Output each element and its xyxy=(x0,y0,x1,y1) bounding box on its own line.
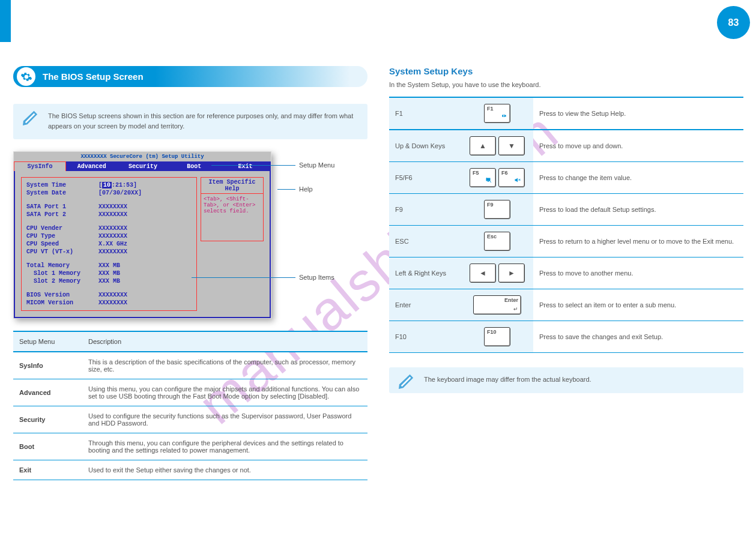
table-row: SysInfoThis is a description of the basi… xyxy=(13,352,367,379)
key-label: Left & Right Keys xyxy=(389,257,461,289)
key-desc: Press to load the default Setup settings… xyxy=(533,194,743,226)
bios-value: XXXXXXXX xyxy=(98,224,127,232)
bios-key: BIOS Version xyxy=(26,291,98,299)
key-label: F1 xyxy=(389,97,461,130)
key-desc: Press to return to a higher level menu o… xyxy=(533,226,743,257)
callout-help: Help xyxy=(299,185,313,193)
col-desc: Description xyxy=(82,331,367,352)
callout-items: Setup Items xyxy=(299,274,334,281)
callout-line xyxy=(277,189,295,190)
key-label: F5/F6 xyxy=(389,162,461,194)
key-desc: Press to change the item value. xyxy=(533,162,743,194)
bios-value: XXXXXXXX xyxy=(98,291,127,299)
bios-key: CPU VT (VT-x) xyxy=(26,248,98,256)
bios-value: X.XX GHz xyxy=(98,240,127,248)
bios-key: System Date xyxy=(26,189,98,197)
menu-name: Advanced xyxy=(13,379,82,406)
left-column: The BIOS Setup Screen The BIOS Setup scr… xyxy=(13,66,367,480)
key-f9: F9 xyxy=(484,200,510,219)
key-visual: Enter↵ xyxy=(461,289,533,321)
keys-row: Up & Down Keys▲▼Press to move up and dow… xyxy=(389,130,743,162)
menu-desc: Used to configure the security functions… xyxy=(82,406,367,433)
callout-line xyxy=(211,165,295,166)
note-text-1: The BIOS Setup screens shown in this sec… xyxy=(48,112,353,130)
callout-line xyxy=(192,277,295,278)
keys-row: F10F10Press to save the changes and exit… xyxy=(389,321,743,353)
keys-row: F9F9Press to load the default Setup sett… xyxy=(389,194,743,226)
setup-menus-table: Setup Menu Description SysInfoThis is a … xyxy=(13,331,367,480)
keys-row: F1F1Press to view the Setup Help. xyxy=(389,97,743,130)
menu-name: SysInfo xyxy=(13,352,82,379)
section-header: The BIOS Setup Screen xyxy=(13,66,367,87)
menu-desc: Used to exit the Setup either saving the… xyxy=(82,460,367,480)
key-label: F10 xyxy=(389,321,461,353)
note-icon xyxy=(22,110,40,128)
bios-row: System Date[07/30/20XX] xyxy=(26,189,192,197)
bios-value: XXX MB xyxy=(98,270,120,277)
bios-key: Total Memory xyxy=(26,262,98,270)
key-f10: F10 xyxy=(484,327,510,346)
note-text-2: The keyboard image may differ from the a… xyxy=(424,376,591,383)
key-f1: F1 xyxy=(484,104,510,123)
table-header: Setup Menu Description xyxy=(13,331,367,352)
keys-table: F1F1Press to view the Setup Help.Up & Do… xyxy=(389,97,743,353)
menu-name: Exit xyxy=(13,460,82,480)
key-visual: F1 xyxy=(461,97,533,130)
menu-desc: This is a description of the basic speci… xyxy=(82,352,367,379)
bios-key: MICOM Version xyxy=(26,299,98,307)
bios-key: CPU Speed xyxy=(26,240,98,248)
note-icon xyxy=(398,373,416,392)
bios-key: CPU Vender xyxy=(26,224,98,232)
key-visual: F9 xyxy=(461,194,533,226)
bios-row: CPU TypeXXXXXXXX xyxy=(26,232,192,240)
section-title: The BIOS Setup Screen xyxy=(43,71,144,82)
bios-row: SATA Port 2XXXXXXXX xyxy=(26,211,192,218)
key-desc: Press to move to another menu. xyxy=(533,257,743,289)
bios-row: CPU VenderXXXXXXXX xyxy=(26,224,192,232)
bios-help-panel: Item Specific Help <Tab>, <Shift-Tab>, o… xyxy=(201,177,264,311)
bios-key: SATA Port 2 xyxy=(26,211,98,218)
key-down: ▼ xyxy=(498,136,525,155)
bios-value: XXX MB xyxy=(98,262,120,270)
bios-row: Slot 2 MemoryXXX MB xyxy=(26,277,192,285)
key-label: F9 xyxy=(389,194,461,226)
menu-name: Security xyxy=(13,406,82,433)
gear-icon xyxy=(16,66,37,87)
key-enter: Enter↵ xyxy=(473,295,521,315)
bios-value: XXX MB xyxy=(98,277,120,285)
key-up: ▲ xyxy=(470,136,496,155)
bios-key: Slot 2 Memory xyxy=(26,277,98,285)
bios-key: System Time xyxy=(26,181,98,189)
key-right: ► xyxy=(498,263,525,283)
bios-value: XXXXXXXX xyxy=(98,211,127,218)
bios-tab-advanced: Advanced xyxy=(66,162,117,170)
table-row: ExitUsed to exit the Setup either saving… xyxy=(13,460,367,480)
bios-row: Total MemoryXXX MB xyxy=(26,262,192,270)
bios-tab-boot: Boot xyxy=(169,162,220,170)
right-column: System Setup Keys In the System Setup, y… xyxy=(389,66,743,405)
key-visual: Esc xyxy=(461,226,533,257)
bios-key: Slot 1 Memory xyxy=(26,270,98,277)
bios-tabs: SysInfoAdvancedSecurityBootExit xyxy=(14,161,271,171)
key-visual: ▲▼ xyxy=(461,130,533,162)
bios-key: SATA Port 1 xyxy=(26,203,98,211)
bios-tab-security: Security xyxy=(117,162,168,170)
bios-key: CPU Type xyxy=(26,232,98,240)
key-desc: Press to save the changes and exit Setup… xyxy=(533,321,743,353)
bios-row: Slot 1 MemoryXXX MB xyxy=(26,270,192,277)
right-heading: System Setup Keys xyxy=(389,66,743,76)
table-row: SecurityUsed to configure the security f… xyxy=(13,406,367,433)
bios-tab-sysinfo: SysInfo xyxy=(14,161,66,171)
page-number: 83 xyxy=(728,17,739,28)
bios-value: XXXXXXXX xyxy=(98,299,127,307)
key-label: Enter xyxy=(389,289,461,321)
bios-row: CPU SpeedX.XX GHz xyxy=(26,240,192,248)
right-subtext: In the System Setup, you have to use the… xyxy=(389,81,743,88)
keys-row: EnterEnter↵Press to select an item or to… xyxy=(389,289,743,321)
key-label: ESC xyxy=(389,226,461,257)
key-left: ◄ xyxy=(470,263,496,283)
note-box-1: The BIOS Setup screens shown in this sec… xyxy=(13,104,367,139)
key-visual: F5F6 xyxy=(461,162,533,194)
bios-help-title: Item Specific Help xyxy=(201,177,264,194)
bios-tab-exit: Exit xyxy=(220,162,271,170)
